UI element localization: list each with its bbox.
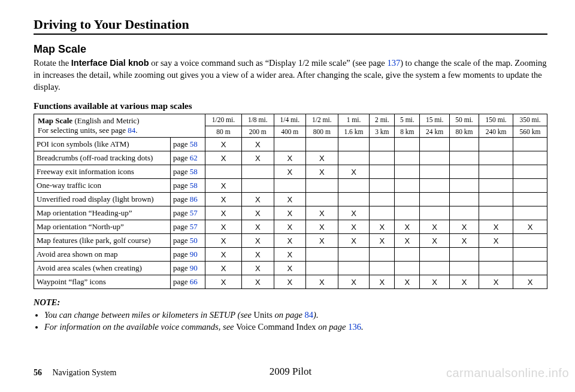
page-link[interactable]: 137 — [387, 58, 400, 68]
intro-bold: Interface Dial knob — [71, 58, 149, 68]
header-left-bold: Map Scale — [38, 116, 72, 125]
scale-metric: 24 km — [420, 126, 449, 138]
feature-page: page 90 — [171, 248, 205, 262]
availability-cell — [395, 165, 420, 179]
page-link[interactable]: 57 — [190, 222, 198, 231]
availability-cell: X — [395, 234, 420, 248]
scale-imperial: 5 mi. — [395, 114, 420, 126]
availability-cell: X — [274, 206, 306, 220]
availability-cell: X — [449, 220, 479, 234]
page-link[interactable]: 57 — [190, 208, 198, 217]
table-row: Freeway exit information iconspage 58XXX — [34, 165, 547, 179]
availability-cell: X — [241, 275, 274, 289]
availability-cell: X — [449, 275, 479, 289]
availability-cell — [338, 151, 370, 165]
availability-cell: X — [306, 220, 338, 234]
scale-imperial: 350 mi. — [513, 114, 547, 126]
availability-cell: X — [479, 234, 513, 248]
page-link[interactable]: 50 — [190, 236, 198, 245]
feature-page: page 86 — [171, 193, 205, 206]
page-link[interactable]: 58 — [190, 181, 198, 190]
availability-cell — [338, 262, 370, 275]
note-item: You can change between miles or kilomete… — [44, 309, 547, 321]
availability-cell — [338, 193, 370, 206]
availability-cell: X — [274, 262, 306, 275]
availability-cell: X — [306, 151, 338, 165]
availability-cell: X — [205, 234, 242, 248]
availability-cell: X — [274, 220, 306, 234]
page-link[interactable]: 66 — [190, 277, 198, 286]
page-number: 56 — [34, 368, 42, 377]
availability-cell — [306, 193, 338, 206]
page-link[interactable]: 84 — [305, 310, 314, 320]
availability-cell: X — [274, 234, 306, 248]
footer-model: 2009 Pilot — [270, 366, 311, 378]
availability-cell — [449, 165, 479, 179]
intro-text: or say a voice command such as “Display … — [149, 58, 388, 68]
availability-cell: X — [395, 275, 420, 289]
availability-cell — [395, 193, 420, 206]
availability-cell — [420, 179, 449, 193]
availability-cell — [241, 179, 274, 193]
availability-cell — [449, 206, 479, 220]
availability-cell — [449, 248, 479, 262]
footer-system: Navigation System — [53, 368, 117, 377]
availability-cell — [420, 193, 449, 206]
availability-cell: X — [241, 193, 274, 206]
table-caption: Functions available at various map scale… — [34, 101, 547, 111]
availability-cell — [513, 138, 547, 151]
availability-cell — [370, 179, 395, 193]
header-left-extra: (English and Metric) — [72, 116, 140, 125]
table-row: Unverified road display (light brown)pag… — [34, 193, 547, 206]
scale-imperial: 1/4 mi. — [274, 114, 306, 126]
page-link[interactable]: 62 — [190, 153, 198, 162]
availability-cell: X — [395, 220, 420, 234]
page-link[interactable]: 90 — [190, 250, 198, 259]
availability-cell — [395, 262, 420, 275]
intro-paragraph: Rotate the Interface Dial knob or say a … — [34, 57, 547, 93]
watermark: carmanualsonline.info — [446, 366, 569, 380]
page-link[interactable]: 58 — [190, 139, 198, 148]
availability-cell — [395, 138, 420, 151]
scale-imperial: 1/8 mi. — [241, 114, 274, 126]
page-link[interactable]: 58 — [190, 167, 198, 176]
availability-cell — [479, 151, 513, 165]
availability-cell — [449, 151, 479, 165]
availability-cell: X — [513, 275, 547, 289]
availability-cell: X — [306, 206, 338, 220]
feature-label: Freeway exit information icons — [34, 165, 171, 179]
availability-cell: X — [205, 193, 242, 206]
availability-cell — [449, 193, 479, 206]
availability-cell — [274, 179, 306, 193]
availability-cell — [479, 193, 513, 206]
page-link[interactable]: 90 — [190, 263, 198, 272]
availability-cell: X — [513, 220, 547, 234]
chapter-title: Driving to Your Destination — [34, 17, 547, 35]
availability-cell: X — [241, 248, 274, 262]
availability-cell — [395, 248, 420, 262]
page-link[interactable]: 136 — [348, 322, 361, 332]
availability-cell — [205, 165, 242, 179]
header-left-line2b: . — [135, 126, 137, 135]
availability-cell: X — [338, 220, 370, 234]
scale-imperial: 1 mi. — [338, 114, 370, 126]
intro-text: Rotate the — [34, 58, 71, 68]
availability-cell: X — [205, 275, 242, 289]
scale-imperial: 150 mi. — [479, 114, 513, 126]
availability-cell — [420, 165, 449, 179]
table-row: Waypoint “flag” iconspage 66XXXXXXXXXXX — [34, 275, 547, 289]
availability-cell: X — [420, 234, 449, 248]
page-link[interactable]: 84 — [128, 126, 135, 135]
table-row: Avoid area shown on mappage 90XXX — [34, 248, 547, 262]
availability-cell: X — [306, 165, 338, 179]
availability-cell: X — [420, 275, 449, 289]
availability-cell: X — [449, 234, 479, 248]
header-left-cell: Map Scale (English and Metric) For selec… — [34, 114, 205, 138]
note-item: For information on the available voice c… — [44, 321, 547, 333]
scale-metric: 8 km — [395, 126, 420, 138]
page-link[interactable]: 86 — [190, 195, 198, 203]
table-row: Map features (like park, golf course)pag… — [34, 234, 547, 248]
feature-label: Map orientation “Heading-up” — [34, 206, 171, 220]
availability-cell: X — [479, 220, 513, 234]
availability-cell — [513, 206, 547, 220]
